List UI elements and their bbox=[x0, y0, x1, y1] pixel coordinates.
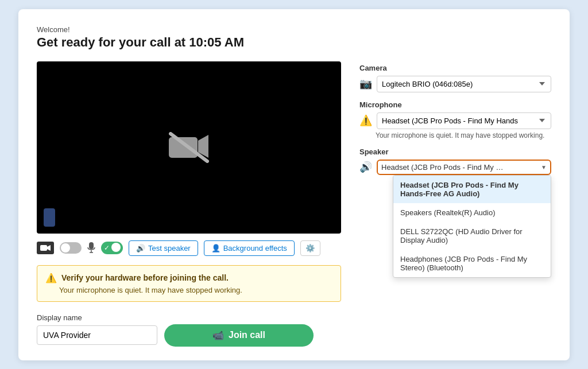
speaker-device-icon: 🔊 bbox=[359, 161, 372, 173]
camera-device-icon: 📷 bbox=[359, 77, 372, 90]
mic-device-icon: ⚠️ bbox=[359, 114, 372, 127]
warning-subtitle: Your microphone is quiet. It may have st… bbox=[45, 286, 332, 294]
speaker-option-1[interactable]: Speakers (Realtek(R) Audio) bbox=[393, 203, 551, 222]
display-name-label: Display name bbox=[37, 313, 341, 322]
speaker-option-2[interactable]: DELL S2722QC (HD Audio Driver for Displa… bbox=[393, 222, 551, 250]
microphone-icon bbox=[87, 242, 95, 254]
speaker-option-0[interactable]: Headset (JCB Pro Pods - Find My Hands-Fr… bbox=[393, 176, 551, 203]
speaker-row: 🔊 Headset (JCB Pro Pods - Find My Hands … bbox=[359, 160, 551, 175]
camera-section: Camera 📷 Logitech BRIO (046d:085e) bbox=[359, 64, 551, 92]
warning-icon: ⚠️ bbox=[45, 273, 57, 283]
display-name-input[interactable] bbox=[37, 325, 157, 345]
right-panel: Camera 📷 Logitech BRIO (046d:085e) Micro… bbox=[359, 61, 551, 347]
background-effects-button[interactable]: 👤 Background effects bbox=[204, 240, 295, 256]
speaker-dropdown-menu: Headset (JCB Pro Pods - Find My Hands-Fr… bbox=[393, 175, 551, 278]
mic-toggle[interactable]: ✓ bbox=[101, 242, 123, 254]
display-name-row: 📹 Join call bbox=[37, 324, 341, 347]
test-speaker-label: Test speaker bbox=[148, 244, 191, 253]
svg-marker-4 bbox=[47, 245, 51, 251]
camera-toggle[interactable] bbox=[60, 242, 82, 254]
speaker-option-3[interactable]: Headphones (JCB Pro Pods - Find My Stere… bbox=[393, 250, 551, 277]
settings-button[interactable]: ⚙️ bbox=[300, 240, 320, 256]
mic-warning-text: Your microphone is quiet. It may have st… bbox=[359, 131, 551, 139]
microphone-section: Microphone ⚠️ Headset (JCB Pro Pods - Fi… bbox=[359, 100, 551, 139]
chevron-down-icon: ▼ bbox=[541, 164, 547, 170]
camera-label: Camera bbox=[359, 64, 551, 72]
microphone-select[interactable]: Headset (JCB Pro Pods - Find My Hands bbox=[377, 112, 551, 129]
content-area: ✓ 🔊 Test speaker 👤 Background effects ⚙️ bbox=[37, 61, 551, 347]
main-card: Welcome! Get ready for your call at 10:0… bbox=[18, 9, 570, 360]
speaker-label: Speaker bbox=[359, 147, 551, 156]
controls-bar: ✓ 🔊 Test speaker 👤 Background effects ⚙️ bbox=[37, 240, 341, 256]
microphone-row: ⚠️ Headset (JCB Pro Pods - Find My Hands bbox=[359, 112, 551, 129]
bg-effects-icon: 👤 bbox=[211, 244, 220, 253]
video-preview bbox=[37, 61, 341, 234]
test-speaker-button[interactable]: 🔊 Test speaker bbox=[129, 240, 198, 256]
display-name-section: Display name 📹 Join call bbox=[37, 313, 341, 347]
svg-rect-0 bbox=[169, 137, 198, 158]
join-call-button[interactable]: 📹 Join call bbox=[164, 324, 314, 347]
mic-icon-box bbox=[87, 242, 95, 254]
speaker-section: Speaker 🔊 Headset (JCB Pro Pods - Find M… bbox=[359, 147, 551, 175]
svg-rect-5 bbox=[89, 242, 94, 249]
speaker-current-value: Headset (JCB Pro Pods - Find My Hands bbox=[381, 163, 508, 172]
phone-indicator bbox=[44, 208, 55, 227]
camera-off-icon bbox=[166, 129, 212, 165]
svg-rect-3 bbox=[40, 245, 47, 251]
camera-row: 📷 Logitech BRIO (046d:085e) bbox=[359, 76, 551, 92]
gear-icon: ⚙️ bbox=[305, 244, 315, 253]
speaker-select-box[interactable]: Headset (JCB Pro Pods - Find My Hands ▼ bbox=[377, 160, 551, 175]
bg-effects-label: Background effects bbox=[223, 244, 287, 253]
microphone-label: Microphone bbox=[359, 100, 551, 109]
warning-title: ⚠️ Verify your hardware before joining t… bbox=[45, 273, 332, 283]
speaker-icon: 🔊 bbox=[136, 244, 145, 253]
camera-select[interactable]: Logitech BRIO (046d:085e) bbox=[377, 76, 551, 92]
video-call-icon: 📹 bbox=[212, 330, 224, 341]
welcome-text: Welcome! bbox=[37, 25, 551, 34]
page-title: Get ready for your call at 10:05 AM bbox=[37, 35, 551, 50]
video-panel: ✓ 🔊 Test speaker 👤 Background effects ⚙️ bbox=[37, 61, 341, 347]
camera-icon-box bbox=[37, 242, 54, 254]
warning-box: ⚠️ Verify your hardware before joining t… bbox=[37, 265, 341, 302]
join-call-label: Join call bbox=[229, 330, 265, 340]
camera-icon bbox=[40, 244, 51, 252]
